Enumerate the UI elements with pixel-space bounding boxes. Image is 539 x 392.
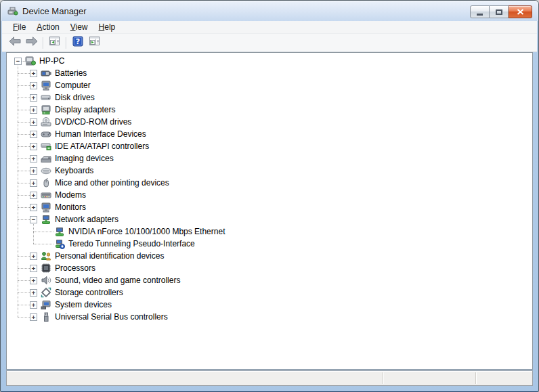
imaging-device-icon — [41, 153, 51, 164]
window-controls — [470, 5, 532, 18]
statusbar-section — [7, 371, 383, 385]
expand-toggle[interactable]: + — [30, 313, 37, 321]
tree-item[interactable]: +Human Interface Devices — [7, 128, 532, 140]
tree-item[interactable]: +Modems — [7, 189, 532, 201]
tree-item[interactable]: +Storage controllers — [7, 286, 532, 299]
tree-item[interactable]: +Processors — [7, 262, 532, 274]
tree-item[interactable]: −Network adapters — [7, 213, 532, 225]
menu-help[interactable]: Help — [93, 21, 121, 33]
tree-item[interactable]: +Imaging devices — [7, 152, 532, 165]
tree-item-label: Modems — [55, 190, 86, 200]
status-bar — [6, 370, 533, 386]
tree-item[interactable]: Teredo Tunneling Pseudo-Interface — [7, 238, 532, 250]
arrow-left-icon — [9, 37, 21, 49]
action-pane-icon — [89, 36, 100, 49]
arrow-right-icon — [26, 37, 38, 49]
device-manager-window: Device Manager FileActionViewHelp ? −HP-… — [0, 0, 539, 392]
statusbar-section — [476, 371, 532, 385]
menu-view[interactable]: View — [65, 21, 93, 33]
expand-toggle[interactable]: + — [30, 94, 37, 102]
help-button[interactable]: ? — [69, 35, 86, 50]
tree-item[interactable]: +System devices — [7, 299, 532, 311]
expand-toggle[interactable]: + — [30, 118, 37, 126]
tree-connector-line — [18, 64, 18, 317]
system-device-icon — [41, 299, 51, 310]
tree-item-label: HP-PC — [39, 56, 64, 66]
expand-toggle[interactable]: + — [30, 70, 37, 77]
network-adapter-virtual-icon — [54, 238, 65, 249]
expand-toggle[interactable]: + — [30, 301, 37, 309]
tree-item-label: System devices — [55, 300, 112, 309]
collapse-toggle[interactable]: − — [30, 216, 37, 223]
expand-toggle[interactable]: + — [30, 131, 37, 138]
tree-item-label: Teredo Tunneling Pseudo-Interface — [68, 239, 195, 248]
show-console-tree-button[interactable] — [46, 35, 63, 50]
usb-controller-icon — [41, 311, 51, 322]
expand-toggle[interactable]: + — [30, 204, 37, 211]
keyboard-icon — [41, 165, 51, 176]
expand-toggle[interactable]: + — [30, 253, 37, 260]
expand-toggle[interactable]: + — [30, 106, 37, 114]
window-title: Device Manager — [22, 6, 87, 16]
maximize-button[interactable] — [490, 5, 509, 18]
expand-toggle[interactable]: + — [30, 82, 37, 89]
expand-toggle[interactable]: + — [30, 179, 37, 187]
expand-toggle[interactable]: + — [30, 155, 37, 162]
tree-item-label: Personal identification devices — [55, 251, 164, 261]
tree-item[interactable]: +Mice and other pointing devices — [7, 177, 532, 189]
tree-item-label: NVIDIA nForce 10/100/1000 Mbps Ethernet — [68, 227, 225, 236]
expand-toggle[interactable]: + — [30, 277, 37, 284]
expand-toggle[interactable]: + — [30, 167, 37, 175]
device-manager-icon — [7, 5, 18, 16]
dvd-drive-icon — [41, 116, 51, 127]
tree-item[interactable]: +Personal identification devices — [7, 250, 532, 262]
tree-item-label: Batteries — [55, 68, 87, 78]
tree-item[interactable]: +Universal Serial Bus controllers — [7, 311, 532, 323]
tree-item-label: Computer — [55, 81, 91, 90]
personal-id-device-icon — [41, 251, 51, 261]
forward-button[interactable] — [23, 35, 40, 50]
tree-item[interactable]: +Monitors — [7, 201, 532, 213]
show-action-pane-button[interactable] — [86, 35, 103, 50]
console-tree-icon — [49, 36, 60, 49]
tree-item[interactable]: +Disk drives — [7, 91, 532, 104]
mouse-icon — [41, 177, 51, 188]
svg-text:?: ? — [75, 37, 79, 46]
statusbar-section — [383, 371, 475, 385]
minimize-button[interactable] — [470, 5, 490, 18]
tree-item[interactable]: +Computer — [7, 79, 532, 91]
titlebar[interactable]: Device Manager — [1, 1, 538, 21]
expand-toggle[interactable]: + — [30, 265, 37, 272]
tree-item[interactable]: −HP-PC — [7, 55, 532, 67]
storage-controller-icon — [41, 287, 51, 298]
human-interface-device-icon — [41, 129, 51, 139]
menu-bar: FileActionViewHelp — [2, 21, 537, 34]
expand-toggle[interactable]: + — [30, 143, 37, 150]
help-icon: ? — [72, 36, 83, 49]
statusbar-divider — [383, 372, 383, 384]
display-adapter-icon — [41, 104, 51, 115]
modem-icon — [41, 190, 51, 200]
tree-item[interactable]: +DVD/CD-ROM drives — [7, 116, 532, 128]
expand-toggle[interactable]: + — [30, 192, 37, 199]
network-adapter-icon — [41, 214, 51, 225]
tree-item[interactable]: +IDE ATA/ATAPI controllers — [7, 140, 532, 152]
expand-toggle[interactable]: + — [30, 289, 37, 297]
menu-file[interactable]: File — [7, 21, 31, 33]
tree-item[interactable]: +Display adapters — [7, 104, 532, 116]
tree-item[interactable]: +Batteries — [7, 67, 532, 79]
menu-action[interactable]: Action — [31, 21, 64, 33]
back-button[interactable] — [6, 35, 23, 50]
tree-item-label: Storage controllers — [55, 288, 123, 297]
tree-item-label: Disk drives — [55, 93, 95, 102]
tree-item-label: Imaging devices — [55, 154, 114, 163]
tree-item[interactable]: +Keyboards — [7, 165, 532, 177]
tree-item-label: DVD/CD-ROM drives — [55, 117, 131, 127]
device-tree: −HP-PC+Batteries+Computer+Disk drives+Di… — [7, 53, 532, 369]
tree-item[interactable]: NVIDIA nForce 10/100/1000 Mbps Ethernet — [7, 225, 532, 238]
close-button[interactable] — [509, 5, 532, 18]
collapse-toggle[interactable]: − — [14, 58, 22, 65]
ide-controller-icon — [41, 141, 51, 152]
tree-item[interactable]: +Sound, video and game controllers — [7, 274, 532, 286]
device-tree-pane[interactable]: −HP-PC+Batteries+Computer+Disk drives+Di… — [6, 52, 533, 370]
